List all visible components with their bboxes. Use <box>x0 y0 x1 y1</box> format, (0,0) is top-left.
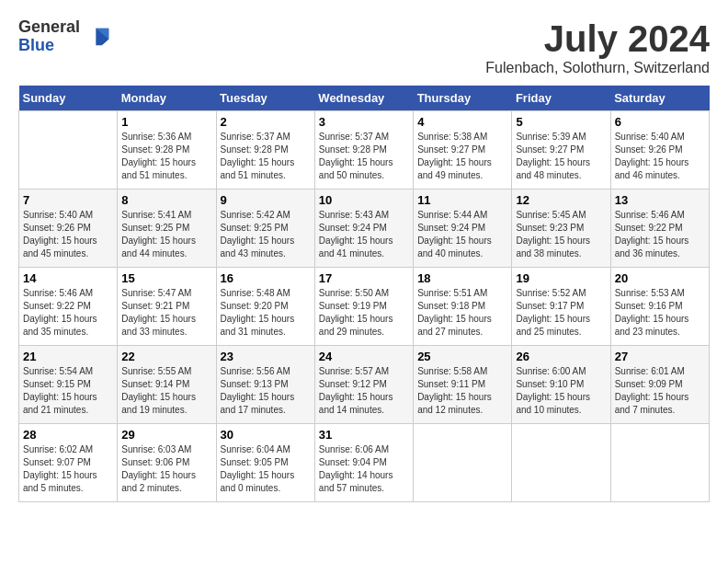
day-info: Sunrise: 6:03 AM Sunset: 9:06 PM Dayligh… <box>121 443 211 495</box>
table-row: 19Sunrise: 5:52 AM Sunset: 9:17 PM Dayli… <box>512 268 610 346</box>
header-sunday: Sunday <box>19 86 118 111</box>
day-number: 25 <box>417 350 507 363</box>
table-row: 17Sunrise: 5:50 AM Sunset: 9:19 PM Dayli… <box>314 268 413 346</box>
day-info: Sunrise: 5:53 AM Sunset: 9:16 PM Dayligh… <box>615 287 705 339</box>
table-row: 20Sunrise: 5:53 AM Sunset: 9:16 PM Dayli… <box>610 268 709 346</box>
table-row: 28Sunrise: 6:02 AM Sunset: 9:07 PM Dayli… <box>19 424 118 502</box>
logo-icon <box>87 24 113 50</box>
table-row: 16Sunrise: 5:48 AM Sunset: 9:20 PM Dayli… <box>216 268 314 346</box>
table-row <box>19 111 118 190</box>
table-row: 6Sunrise: 5:40 AM Sunset: 9:26 PM Daylig… <box>610 111 709 190</box>
day-info: Sunrise: 5:55 AM Sunset: 9:14 PM Dayligh… <box>121 365 211 417</box>
day-info: Sunrise: 5:57 AM Sunset: 9:12 PM Dayligh… <box>319 365 409 417</box>
day-info: Sunrise: 5:37 AM Sunset: 9:28 PM Dayligh… <box>221 131 311 182</box>
day-info: Sunrise: 5:47 AM Sunset: 9:21 PM Dayligh… <box>121 287 211 339</box>
table-row <box>512 424 610 502</box>
day-info: Sunrise: 5:40 AM Sunset: 9:26 PM Dayligh… <box>615 131 705 182</box>
day-info: Sunrise: 5:41 AM Sunset: 9:25 PM Dayligh… <box>121 209 211 260</box>
header: General Blue July 2024 Fulenbach, Soloth… <box>18 18 710 76</box>
day-number: 12 <box>516 193 606 207</box>
day-number: 16 <box>221 271 311 285</box>
day-info: Sunrise: 6:04 AM Sunset: 9:05 PM Dayligh… <box>221 443 311 495</box>
day-number: 11 <box>417 193 507 207</box>
header-tuesday: Tuesday <box>216 86 314 111</box>
logo-text: General Blue <box>18 18 80 55</box>
day-info: Sunrise: 5:51 AM Sunset: 9:18 PM Dayligh… <box>417 287 507 339</box>
header-thursday: Thursday <box>414 86 512 111</box>
table-row: 11Sunrise: 5:44 AM Sunset: 9:24 PM Dayli… <box>414 190 512 268</box>
day-number: 7 <box>23 193 113 207</box>
table-row: 4Sunrise: 5:38 AM Sunset: 9:27 PM Daylig… <box>414 111 512 190</box>
day-number: 3 <box>319 115 409 129</box>
day-number: 24 <box>319 350 409 363</box>
table-row <box>610 424 709 502</box>
table-row: 25Sunrise: 5:58 AM Sunset: 9:11 PM Dayli… <box>414 346 512 424</box>
table-row: 9Sunrise: 5:42 AM Sunset: 9:25 PM Daylig… <box>216 190 314 268</box>
day-info: Sunrise: 5:37 AM Sunset: 9:28 PM Dayligh… <box>319 131 409 182</box>
day-info: Sunrise: 6:01 AM Sunset: 9:09 PM Dayligh… <box>615 365 705 417</box>
day-info: Sunrise: 5:58 AM Sunset: 9:11 PM Dayligh… <box>417 365 507 417</box>
table-row: 15Sunrise: 5:47 AM Sunset: 9:21 PM Dayli… <box>118 268 216 346</box>
day-number: 6 <box>615 115 705 129</box>
day-number: 18 <box>417 271 507 285</box>
location-title: Fulenbach, Solothurn, Switzerland <box>485 60 710 76</box>
day-number: 20 <box>615 271 705 285</box>
month-title: July 2024 <box>485 18 710 60</box>
table-row: 10Sunrise: 5:43 AM Sunset: 9:24 PM Dayli… <box>314 190 413 268</box>
table-row: 14Sunrise: 5:46 AM Sunset: 9:22 PM Dayli… <box>19 268 118 346</box>
day-number: 15 <box>121 271 211 285</box>
day-number: 29 <box>121 428 211 442</box>
day-number: 30 <box>221 428 311 442</box>
table-row: 7Sunrise: 5:40 AM Sunset: 9:26 PM Daylig… <box>19 190 118 268</box>
table-row: 29Sunrise: 6:03 AM Sunset: 9:06 PM Dayli… <box>118 424 216 502</box>
table-row <box>414 424 512 502</box>
day-info: Sunrise: 6:06 AM Sunset: 9:04 PM Dayligh… <box>319 443 409 495</box>
table-row: 2Sunrise: 5:37 AM Sunset: 9:28 PM Daylig… <box>216 111 314 190</box>
day-number: 23 <box>221 350 311 363</box>
day-info: Sunrise: 5:39 AM Sunset: 9:27 PM Dayligh… <box>516 131 606 182</box>
day-number: 21 <box>23 350 113 363</box>
day-number: 22 <box>121 350 211 363</box>
table-row: 5Sunrise: 5:39 AM Sunset: 9:27 PM Daylig… <box>512 111 610 190</box>
logo-general: General <box>18 18 80 37</box>
header-friday: Friday <box>512 86 610 111</box>
day-info: Sunrise: 5:54 AM Sunset: 9:15 PM Dayligh… <box>23 365 113 417</box>
table-row: 1Sunrise: 5:36 AM Sunset: 9:28 PM Daylig… <box>118 111 216 190</box>
day-number: 14 <box>23 271 113 285</box>
day-info: Sunrise: 5:40 AM Sunset: 9:26 PM Dayligh… <box>23 209 113 260</box>
day-number: 5 <box>516 115 606 129</box>
calendar-week-row: 28Sunrise: 6:02 AM Sunset: 9:07 PM Dayli… <box>19 424 710 502</box>
table-row: 26Sunrise: 6:00 AM Sunset: 9:10 PM Dayli… <box>512 346 610 424</box>
day-number: 8 <box>121 193 211 207</box>
day-info: Sunrise: 5:42 AM Sunset: 9:25 PM Dayligh… <box>221 209 311 260</box>
table-row: 18Sunrise: 5:51 AM Sunset: 9:18 PM Dayli… <box>414 268 512 346</box>
day-info: Sunrise: 5:43 AM Sunset: 9:24 PM Dayligh… <box>319 209 409 260</box>
day-info: Sunrise: 5:38 AM Sunset: 9:27 PM Dayligh… <box>417 131 507 182</box>
day-info: Sunrise: 6:00 AM Sunset: 9:10 PM Dayligh… <box>516 365 606 417</box>
logo: General Blue <box>18 18 113 55</box>
table-row: 13Sunrise: 5:46 AM Sunset: 9:22 PM Dayli… <box>610 190 709 268</box>
day-number: 28 <box>23 428 113 442</box>
calendar-table: Sunday Monday Tuesday Wednesday Thursday… <box>18 86 710 502</box>
day-number: 10 <box>319 193 409 207</box>
calendar-week-row: 14Sunrise: 5:46 AM Sunset: 9:22 PM Dayli… <box>19 268 710 346</box>
day-number: 2 <box>221 115 311 129</box>
table-row: 8Sunrise: 5:41 AM Sunset: 9:25 PM Daylig… <box>118 190 216 268</box>
day-number: 1 <box>121 115 211 129</box>
header-monday: Monday <box>118 86 216 111</box>
title-area: July 2024 Fulenbach, Solothurn, Switzerl… <box>485 18 710 76</box>
day-info: Sunrise: 5:46 AM Sunset: 9:22 PM Dayligh… <box>23 287 113 339</box>
table-row: 30Sunrise: 6:04 AM Sunset: 9:05 PM Dayli… <box>216 424 314 502</box>
day-info: Sunrise: 5:48 AM Sunset: 9:20 PM Dayligh… <box>221 287 311 339</box>
weekday-header-row: Sunday Monday Tuesday Wednesday Thursday… <box>19 86 710 111</box>
day-number: 27 <box>615 350 705 363</box>
header-wednesday: Wednesday <box>314 86 413 111</box>
table-row: 21Sunrise: 5:54 AM Sunset: 9:15 PM Dayli… <box>19 346 118 424</box>
day-number: 13 <box>615 193 705 207</box>
table-row: 24Sunrise: 5:57 AM Sunset: 9:12 PM Dayli… <box>314 346 413 424</box>
day-info: Sunrise: 5:44 AM Sunset: 9:24 PM Dayligh… <box>417 209 507 260</box>
logo-blue: Blue <box>18 37 80 55</box>
day-number: 19 <box>516 271 606 285</box>
day-info: Sunrise: 5:52 AM Sunset: 9:17 PM Dayligh… <box>516 287 606 339</box>
header-saturday: Saturday <box>610 86 709 111</box>
